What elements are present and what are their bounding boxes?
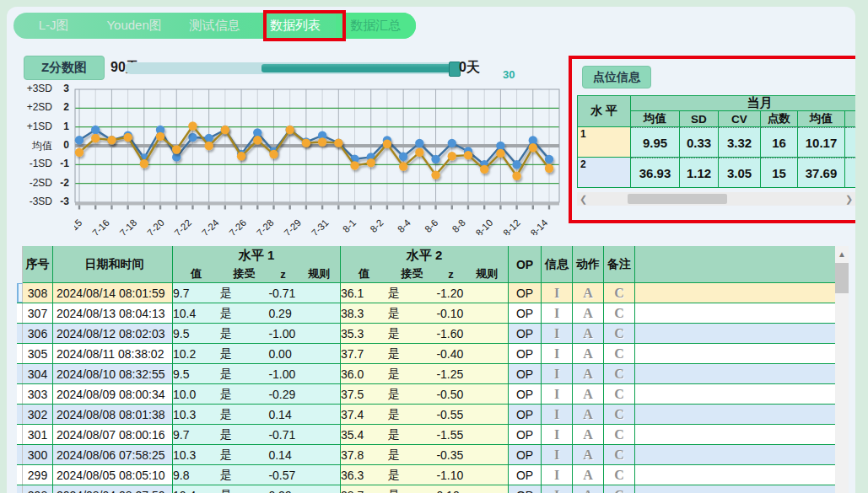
action-icon[interactable]: A: [583, 447, 593, 463]
y-axis-sd-label: -3SD: [24, 196, 52, 207]
info-icon[interactable]: I: [554, 427, 559, 442]
table-row[interactable]: 3022024/08/08 08:01:3810.3是0.1437.4是-0.5…: [17, 405, 835, 425]
info-icon[interactable]: I: [554, 346, 559, 362]
l2-accept: 是: [388, 286, 437, 301]
scroll-right-arrow-icon[interactable]: ❯: [843, 192, 855, 206]
row-gutter: [17, 344, 23, 363]
data-point: [480, 165, 488, 174]
comment-icon[interactable]: C: [614, 407, 624, 422]
info-icon[interactable]: I: [554, 367, 559, 382]
action-icon[interactable]: A: [583, 367, 593, 382]
stat-cell: 1.12: [680, 158, 719, 188]
comment-icon[interactable]: C: [614, 488, 624, 493]
vscroll-thumb[interactable]: [835, 263, 849, 293]
qc-data-table: 序号日期和时间水平 1值接受z规则水平 2值接受z规则OP信息动作备注 3082…: [17, 246, 849, 493]
l2-z: -0.10: [436, 307, 465, 320]
scroll-up-arrow-icon[interactable]: ▲: [835, 246, 849, 261]
cell-comment: C: [604, 465, 635, 485]
table-row[interactable]: 3032024/08/09 08:00:3410.0是-0.2937.5是-0.…: [17, 384, 835, 405]
action-icon[interactable]: A: [583, 326, 593, 341]
hscroll-thumb[interactable]: [628, 194, 727, 204]
table-row[interactable]: 3012024/08/07 08:00:169.7是-0.7135.4是-1.5…: [17, 425, 835, 445]
cell-action: A: [573, 283, 604, 303]
l2-accept: 是: [388, 427, 437, 442]
l1-z: 0.29: [268, 489, 297, 493]
comment-icon[interactable]: C: [614, 387, 624, 402]
info-icon[interactable]: I: [554, 447, 559, 463]
cell-action: A: [573, 485, 604, 493]
info-icon[interactable]: I: [554, 387, 559, 402]
action-icon[interactable]: A: [583, 306, 593, 321]
cell-filler: [635, 364, 835, 383]
row-gutter: [17, 384, 23, 404]
action-icon[interactable]: A: [583, 286, 593, 301]
table-row[interactable]: 2982024/08/04 08:27:5010.4是0.2938.7是0.10…: [17, 485, 835, 493]
table-row[interactable]: 2992024/08/05 08:05:109.8是-0.5736.3是-1.1…: [17, 465, 835, 485]
action-icon[interactable]: A: [583, 387, 593, 402]
cell-action: A: [573, 465, 604, 485]
point-info-hscrollbar[interactable]: ❮ ❯: [577, 192, 855, 206]
l1-accept: 是: [220, 427, 269, 442]
date-range-slider[interactable]: [125, 62, 456, 74]
info-icon[interactable]: I: [554, 488, 559, 493]
table-row[interactable]: 3072024/08/13 08:04:1310.4是0.2938.3是-0.1…: [17, 303, 835, 324]
row-gutter: [17, 445, 23, 464]
point-info-row[interactable]: 19.950.333.321610.170: [577, 127, 855, 158]
table-row[interactable]: 3082024/08/14 08:01:599.7是-0.7136.1是-1.2…: [17, 283, 835, 303]
comment-icon[interactable]: C: [614, 286, 624, 301]
table-row[interactable]: 3052024/08/11 08:38:0210.2是0.0037.7是-0.4…: [17, 344, 835, 364]
scroll-left-arrow-icon[interactable]: ❮: [577, 192, 590, 206]
x-axis-tick-label: 8-2: [368, 217, 385, 234]
x-axis-tick-label: 7-15: [74, 217, 84, 235]
point-info-table: 水 平当月均值SDCV点数均值19.950.333.321610.170236.…: [577, 95, 855, 206]
stat-cell: 1: [845, 158, 855, 188]
info-icon[interactable]: I: [554, 286, 559, 301]
l1-accept: 是: [220, 447, 269, 463]
point-info-button[interactable]: 点位信息: [582, 66, 651, 88]
info-icon[interactable]: I: [554, 407, 559, 422]
stat-cell: 3.05: [719, 158, 761, 188]
comment-icon[interactable]: C: [614, 367, 624, 382]
tab-数据汇总[interactable]: 数据汇总: [336, 13, 416, 39]
l2-z: -0.55: [436, 408, 465, 421]
action-icon[interactable]: A: [583, 346, 593, 362]
data-point: [269, 150, 278, 158]
tab-Youden图[interactable]: Youden图: [94, 13, 174, 39]
sub-header-规则: 规则: [466, 265, 509, 282]
action-icon[interactable]: A: [583, 488, 593, 493]
cell-datetime: 2024/08/09 08:00:34: [53, 384, 173, 404]
l1-z: 0.14: [268, 408, 297, 421]
row-gutter: [17, 364, 23, 383]
comment-icon[interactable]: C: [614, 326, 624, 341]
comment-icon[interactable]: C: [614, 427, 624, 442]
action-icon[interactable]: A: [583, 468, 593, 483]
table-row[interactable]: 3042024/08/10 08:32:559.5是-1.0036.0是-1.2…: [17, 364, 835, 384]
l1-value: 9.7: [173, 287, 220, 300]
comment-icon[interactable]: C: [614, 447, 624, 463]
l2-z: 0.10: [436, 489, 465, 493]
z-score-chart-button[interactable]: Z分数图: [24, 56, 105, 80]
comment-icon[interactable]: C: [614, 346, 624, 362]
l2-z: -1.20: [436, 287, 465, 300]
tab-测试信息[interactable]: 测试信息: [175, 13, 255, 39]
data-point: [107, 136, 116, 144]
cell-info: I: [542, 283, 573, 303]
table-row[interactable]: 3062024/08/12 08:02:039.5是-1.0035.3是-1.6…: [17, 324, 835, 344]
comment-icon[interactable]: C: [614, 468, 624, 483]
data-point: [512, 160, 520, 169]
range-min-label: 0天: [459, 59, 480, 77]
comment-icon[interactable]: C: [614, 306, 624, 321]
tab-数据列表[interactable]: 数据列表: [255, 13, 335, 39]
info-icon[interactable]: I: [554, 468, 559, 483]
table-vscrollbar[interactable]: ▲: [835, 246, 849, 493]
table-row[interactable]: 3002024/08/06 07:58:2510.3是0.1437.8是-0.3…: [17, 445, 835, 465]
point-info-row[interactable]: 236.931.123.051537.691: [577, 158, 855, 188]
action-icon[interactable]: A: [583, 407, 593, 422]
tab-bar: L-J图Youden图测试信息数据列表数据汇总: [13, 13, 416, 39]
x-axis-tick-label: 7-26: [227, 217, 248, 235]
info-icon[interactable]: I: [554, 326, 559, 341]
info-icon[interactable]: I: [554, 306, 559, 321]
action-icon[interactable]: A: [583, 427, 593, 442]
x-axis-tick-label: 7-28: [255, 217, 276, 235]
tab-L-J图[interactable]: L-J图: [13, 13, 94, 39]
